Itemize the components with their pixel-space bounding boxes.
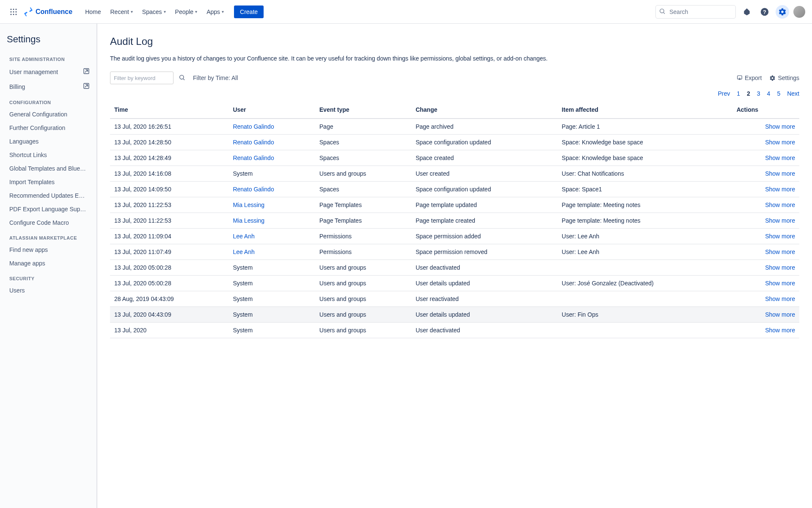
export-button[interactable]: Export xyxy=(737,75,762,81)
help-icon[interactable]: ? xyxy=(758,5,771,19)
table-row: 13 Jul, 2020 14:16:08SystemUsers and gro… xyxy=(110,166,799,182)
sidebar-item[interactable]: Users xyxy=(6,284,93,297)
pagination-next[interactable]: Next xyxy=(787,90,799,97)
cell-item: Space: Space1 xyxy=(558,182,732,197)
sidebar-item[interactable]: Languages xyxy=(6,135,93,148)
svg-point-2 xyxy=(16,8,17,10)
show-more-link[interactable]: Show more xyxy=(732,197,799,213)
sidebar-item[interactable]: User management xyxy=(6,64,93,79)
chevron-down-icon: ▾ xyxy=(222,9,224,14)
cell-user[interactable]: Mia Lessing xyxy=(228,213,315,229)
show-more-link[interactable]: Show more xyxy=(732,244,799,260)
nav-item-people[interactable]: People▾ xyxy=(171,6,202,18)
sidebar-item-label: Languages xyxy=(9,138,39,145)
show-more-link[interactable]: Show more xyxy=(732,150,799,166)
search-input[interactable] xyxy=(655,5,736,19)
sidebar-item[interactable]: Find new apps xyxy=(6,243,93,257)
cell-change: Space permission added xyxy=(411,229,557,244)
chevron-down-icon: ▾ xyxy=(195,9,197,14)
sidebar-item[interactable]: Billing xyxy=(6,79,93,94)
search-box xyxy=(655,5,736,19)
cell-user[interactable]: Lee Anh xyxy=(228,229,315,244)
sidebar-item[interactable]: Manage apps xyxy=(6,257,93,270)
filter-search-icon[interactable] xyxy=(179,74,185,82)
table-row: 13 Jul, 2020SystemUsers and groupsUser d… xyxy=(110,323,799,338)
sidebar-item[interactable]: Import Templates xyxy=(6,175,93,189)
show-more-link[interactable]: Show more xyxy=(732,229,799,244)
sidebar-item[interactable]: Configure Code Macro xyxy=(6,216,93,229)
nav-item-spaces[interactable]: Spaces▾ xyxy=(138,6,170,18)
sidebar-item[interactable]: Recommended Updates E… xyxy=(6,189,93,202)
cell-change: User details updated xyxy=(411,307,557,323)
cell-item: User: José Gonzalez (Deactivated) xyxy=(558,276,732,291)
svg-point-5 xyxy=(16,11,17,12)
cell-event: Users and groups xyxy=(315,260,411,276)
cell-user[interactable]: Renato Galindo xyxy=(228,182,315,197)
show-more-link[interactable]: Show more xyxy=(732,182,799,197)
cell-change: Page template updated xyxy=(411,197,557,213)
cell-user: System xyxy=(228,276,315,291)
cell-user[interactable]: Renato Galindo xyxy=(228,150,315,166)
cell-event: Users and groups xyxy=(315,323,411,338)
sidebar-item-label: Users xyxy=(9,287,25,294)
pagination-page-5[interactable]: 5 xyxy=(777,90,780,97)
pagination-page-1[interactable]: 1 xyxy=(737,90,740,97)
table-row: 13 Jul, 2020 11:07:49Lee AnhPermissionsS… xyxy=(110,244,799,260)
show-more-link[interactable]: Show more xyxy=(732,260,799,276)
logo-text: Confluence xyxy=(36,8,72,16)
cell-user: System xyxy=(228,166,315,182)
notifications-icon[interactable] xyxy=(740,5,754,19)
cell-item: Page template: Meeting notes xyxy=(558,197,732,213)
create-button[interactable]: Create xyxy=(234,6,264,18)
cell-change: User deactivated xyxy=(411,260,557,276)
cell-user[interactable]: Mia Lessing xyxy=(228,197,315,213)
nav-item-home[interactable]: Home xyxy=(81,6,105,18)
sidebar-item-label: Global Templates and Blue… xyxy=(9,165,86,172)
table-row: 13 Jul, 2020 16:26:51Renato GalindoPageP… xyxy=(110,119,799,135)
pagination-page-4[interactable]: 4 xyxy=(767,90,771,97)
pagination-page-3[interactable]: 3 xyxy=(757,90,760,97)
cell-user: System xyxy=(228,260,315,276)
svg-point-3 xyxy=(11,11,12,12)
app-switcher-icon[interactable] xyxy=(7,5,20,19)
sidebar-item[interactable]: Global Templates and Blue… xyxy=(6,162,93,175)
table-row: 13 Jul, 2020 14:09:50Renato GalindoSpace… xyxy=(110,182,799,197)
table-row: 13 Jul, 2020 04:43:09SystemUsers and gro… xyxy=(110,307,799,323)
sidebar-item[interactable]: General Configuration xyxy=(6,108,93,121)
time-filter[interactable]: Filter by Time: All xyxy=(193,75,238,81)
settings-icon[interactable] xyxy=(776,5,789,19)
sidebar-group-label: CONFIGURATION xyxy=(6,97,93,108)
show-more-link[interactable]: Show more xyxy=(732,291,799,307)
sidebar-item-label: Further Configuration xyxy=(9,124,65,131)
svg-point-15 xyxy=(180,75,184,79)
cell-user[interactable]: Renato Galindo xyxy=(228,119,315,135)
show-more-link[interactable]: Show more xyxy=(732,135,799,150)
cell-user[interactable]: Renato Galindo xyxy=(228,135,315,150)
cell-time: 13 Jul, 2020 14:09:50 xyxy=(110,182,228,197)
cell-user[interactable]: Lee Anh xyxy=(228,244,315,260)
external-link-icon xyxy=(83,83,90,91)
page-settings-button[interactable]: Settings xyxy=(769,75,799,81)
chevron-down-icon: ▾ xyxy=(164,9,166,14)
avatar[interactable] xyxy=(793,6,805,18)
show-more-link[interactable]: Show more xyxy=(732,276,799,291)
nav-item-apps[interactable]: Apps▾ xyxy=(202,6,228,18)
sidebar-title: Settings xyxy=(6,34,93,45)
filter-keyword-input[interactable] xyxy=(110,72,173,84)
show-more-link[interactable]: Show more xyxy=(732,213,799,229)
table-row: 13 Jul, 2020 11:22:53Mia LessingPage Tem… xyxy=(110,197,799,213)
body: Settings SITE ADMINISTRATIONUser managem… xyxy=(0,24,812,508)
sidebar-item[interactable]: PDF Export Language Sup… xyxy=(6,202,93,216)
show-more-link[interactable]: Show more xyxy=(732,119,799,135)
show-more-link[interactable]: Show more xyxy=(732,166,799,182)
logo[interactable]: Confluence xyxy=(24,7,72,17)
show-more-link[interactable]: Show more xyxy=(732,323,799,338)
svg-point-4 xyxy=(13,11,14,12)
show-more-link[interactable]: Show more xyxy=(732,307,799,323)
nav-item-recent[interactable]: Recent▾ xyxy=(106,6,137,18)
pagination-prev[interactable]: Prev xyxy=(718,90,730,97)
sidebar-item[interactable]: Further Configuration xyxy=(6,121,93,135)
sidebar-item[interactable]: Shortcut Links xyxy=(6,148,93,162)
sidebar: Settings SITE ADMINISTRATIONUser managem… xyxy=(0,24,97,508)
cell-event: Spaces xyxy=(315,182,411,197)
